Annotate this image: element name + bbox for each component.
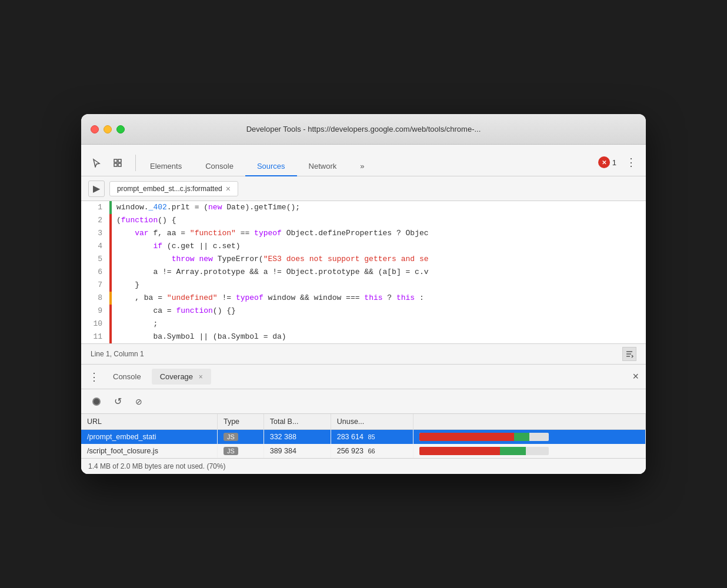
- col-header-unused: Unuse...: [331, 414, 413, 430]
- table-row[interactable]: /prompt_embed_stati JS 332 388 283 614 8…: [81, 430, 646, 445]
- code-line-8: 8 , ba = "undefined" != typeof window &&…: [81, 292, 646, 305]
- record-button[interactable]: [88, 393, 105, 410]
- type-badge: JS: [224, 433, 238, 441]
- cell-url: /prompt_embed_stati: [81, 430, 217, 445]
- coverage-bar-green-1: [514, 433, 529, 441]
- inspect-icon[interactable]: [109, 155, 126, 171]
- col-header-url: URL: [81, 414, 217, 430]
- bottom-panel: ⋮ Console Coverage × × ↺ ⊘: [81, 365, 646, 474]
- bottom-tab-bar: ⋮ Console Coverage × ×: [81, 365, 646, 389]
- line-num-8: 8: [81, 292, 109, 305]
- code-line-2: 2 (function() {: [81, 214, 646, 227]
- panel-toggle-button[interactable]: ▶: [88, 181, 105, 197]
- more-menu-icon[interactable]: ⋮: [623, 153, 639, 171]
- tab-more[interactable]: »: [348, 157, 376, 176]
- error-count: 1: [612, 158, 616, 167]
- code-content-8: , ba = "undefined" != typeof window && w…: [112, 292, 646, 305]
- cell-unused: 283 614 85: [331, 430, 413, 445]
- code-line-3: 3 var f, aa = "function" == typeof Objec…: [81, 227, 646, 240]
- svg-rect-3: [118, 163, 121, 166]
- code-line-11: 11 ba.Symbol || (ba.Symbol = da): [81, 330, 646, 343]
- code-line-4: 4 if (c.get || c.set): [81, 240, 646, 253]
- file-tab-item[interactable]: prompt_embed_st...c.js:formatted ×: [109, 181, 238, 196]
- cell-total: 389 384: [264, 444, 331, 458]
- code-line-9: 9 ca = function() {}: [81, 305, 646, 318]
- tab-elements[interactable]: Elements: [138, 157, 194, 176]
- bottom-panel-close-button[interactable]: ×: [630, 368, 641, 385]
- close-button[interactable]: [91, 125, 99, 133]
- file-tab-label: prompt_embed_st...c.js:formatted: [117, 185, 222, 193]
- code-content-2: (function() {: [112, 214, 646, 227]
- record-dot-icon: [92, 397, 101, 406]
- line-num-7: 7: [81, 279, 109, 292]
- line-num-11: 11: [81, 330, 109, 343]
- cell-unused: 256 923 66: [331, 444, 413, 458]
- table-row[interactable]: /script_foot_closure.js JS 389 384 256 9…: [81, 444, 646, 458]
- table-header-row: URL Type Total B... Unuse...: [81, 414, 646, 430]
- code-content-9: ca = function() {}: [112, 305, 646, 318]
- code-line-1: 1 window._402.prlt = (new Date).getTime(…: [81, 201, 646, 214]
- line-num-10: 10: [81, 318, 109, 330]
- minimize-button[interactable]: [104, 125, 112, 133]
- code-content-5: throw new TypeError("ES3 does not suppor…: [112, 253, 646, 266]
- tab-console-bottom[interactable]: Console: [105, 369, 149, 385]
- cell-url: /script_foot_closure.js: [81, 444, 217, 458]
- line-num-6: 6: [81, 266, 109, 279]
- tab-network[interactable]: Network: [297, 157, 349, 176]
- clear-button[interactable]: ⊘: [131, 393, 147, 410]
- error-icon: ✕: [598, 156, 610, 168]
- file-tab-close-icon[interactable]: ×: [226, 184, 231, 193]
- cell-bar: [413, 444, 646, 458]
- type-badge: JS: [224, 447, 238, 455]
- tab-console[interactable]: Console: [194, 157, 245, 176]
- line-num-4: 4: [81, 240, 109, 253]
- title-bar: Developer Tools - https://developers.goo…: [81, 114, 646, 145]
- code-content-1: window._402.prlt = (new Date).getTime();: [112, 201, 646, 214]
- coverage-bar-green-2: [500, 447, 526, 455]
- code-line-6: 6 a != Array.prototype && a != Object.pr…: [81, 266, 646, 279]
- devtools-window: Developer Tools - https://developers.goo…: [81, 114, 646, 474]
- coverage-table-container: URL Type Total B... Unuse...: [81, 414, 646, 458]
- line-num-9: 9: [81, 305, 109, 318]
- clear-icon: ⊘: [135, 397, 142, 406]
- coverage-toolbar: ↺ ⊘: [81, 389, 646, 414]
- tab-coverage[interactable]: Coverage ×: [152, 369, 211, 385]
- code-content-7: }: [112, 279, 646, 292]
- status-bar: Line 1, Column 1: [81, 343, 646, 365]
- svg-rect-1: [118, 159, 121, 162]
- coverage-bar-1: [419, 433, 549, 441]
- coverage-bar-2: [419, 447, 549, 455]
- tab-separator: [135, 155, 136, 171]
- file-tab-bar: ▶ prompt_embed_st...c.js:formatted ×: [81, 176, 646, 201]
- line-num-3: 3: [81, 227, 109, 240]
- code-content-10: ;: [112, 318, 646, 330]
- coverage-table: URL Type Total B... Unuse...: [81, 414, 646, 458]
- error-badge[interactable]: ✕ 1: [598, 156, 616, 168]
- tab-sources[interactable]: Sources: [245, 157, 297, 176]
- code-content-11: ba.Symbol || (ba.Symbol = da): [112, 330, 646, 343]
- svg-rect-0: [114, 159, 117, 162]
- cursor-icon[interactable]: [88, 155, 105, 171]
- tab-bar-left: [88, 155, 133, 171]
- svg-rect-2: [114, 163, 117, 166]
- reload-button[interactable]: ↺: [109, 393, 126, 410]
- code-editor[interactable]: 1 window._402.prlt = (new Date).getTime(…: [81, 201, 646, 343]
- format-icon[interactable]: [622, 347, 636, 361]
- maximize-button[interactable]: [116, 125, 125, 133]
- code-content-4: if (c.get || c.set): [112, 240, 646, 253]
- cell-type: JS: [217, 430, 264, 445]
- reload-icon: ↺: [114, 396, 122, 407]
- window-title: Developer Tools - https://developers.goo…: [246, 125, 481, 133]
- col-header-total: Total B...: [264, 414, 331, 430]
- line-num-5: 5: [81, 253, 109, 266]
- main-tab-bar: Elements Console Sources Network » ✕ 1: [81, 145, 646, 176]
- line-num-2: 2: [81, 214, 109, 227]
- cursor-position: Line 1, Column 1: [91, 350, 144, 358]
- coverage-footer: 1.4 MB of 2.0 MB bytes are not used. (70…: [81, 458, 646, 474]
- col-header-type: Type: [217, 414, 264, 430]
- coverage-summary-text: 1.4 MB of 2.0 MB bytes are not used. (70…: [88, 462, 225, 470]
- col-header-bar: [413, 414, 646, 430]
- bottom-more-icon[interactable]: ⋮: [86, 369, 102, 385]
- code-line-7: 7 }: [81, 279, 646, 292]
- tab-coverage-close-icon[interactable]: ×: [199, 373, 203, 381]
